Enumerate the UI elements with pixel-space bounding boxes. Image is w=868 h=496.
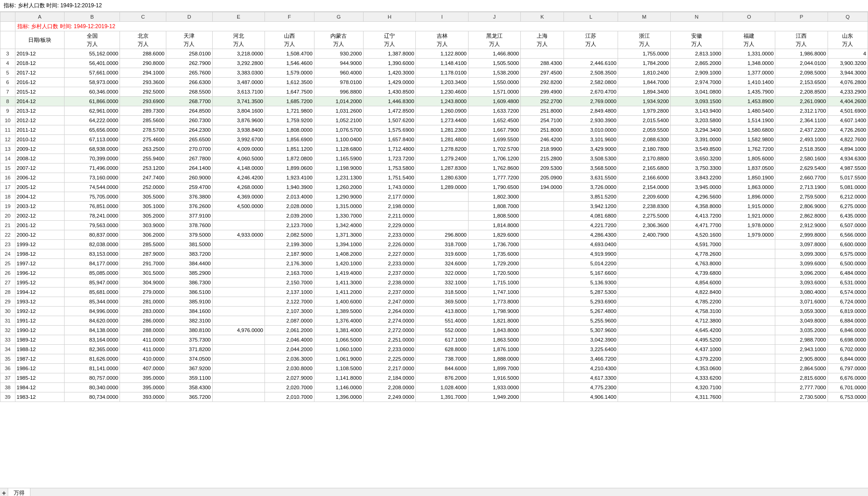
data-cell[interactable]: 6,884.0000 xyxy=(828,316,868,326)
data-cell[interactable]: 1,061.9000 xyxy=(314,354,364,364)
data-cell[interactable] xyxy=(521,364,564,373)
data-cell[interactable]: 3,041.0800 xyxy=(670,87,723,97)
data-cell[interactable] xyxy=(521,326,564,335)
data-cell[interactable]: 1,916.5000 xyxy=(468,373,520,383)
data-cell[interactable] xyxy=(212,240,264,249)
data-cell[interactable]: 385.9100 xyxy=(166,297,212,307)
data-cell[interactable]: 551.4000 xyxy=(416,316,468,326)
data-cell[interactable]: 301.5000 xyxy=(120,268,166,278)
data-cell[interactable] xyxy=(723,307,775,316)
data-cell[interactable]: 2,028.0000 xyxy=(265,202,314,211)
data-cell[interactable]: 1,921.0000 xyxy=(723,211,775,221)
data-cell[interactable]: 1,712.4800 xyxy=(364,144,416,154)
data-cell[interactable]: 2,249.0000 xyxy=(364,392,416,402)
table-row[interactable]: 142008-1270,399.0000255.9400267.78004,06… xyxy=(0,154,868,164)
data-cell[interactable] xyxy=(723,373,775,383)
data-cell[interactable]: 83,153.0000 xyxy=(65,249,120,259)
data-cell[interactable]: 4,758.3100 xyxy=(670,307,723,316)
data-cell[interactable]: 2,909.1000 xyxy=(670,68,723,78)
data-cell[interactable]: 1,281.2300 xyxy=(416,125,468,135)
data-cell[interactable]: 1,790.6500 xyxy=(468,183,520,192)
data-cell[interactable]: 3,843.2200 xyxy=(670,173,723,183)
data-cell[interactable]: 2,238.8300 xyxy=(618,202,670,211)
data-cell[interactable]: 5,167.6600 xyxy=(564,268,618,278)
data-cell[interactable]: 1,014.2000 xyxy=(314,97,364,106)
data-cell[interactable]: 944.9000 xyxy=(314,59,364,68)
data-cell[interactable] xyxy=(521,307,564,316)
data-cell[interactable]: 1,949.2000 xyxy=(468,392,520,402)
data-cell[interactable]: 2,247.0000 xyxy=(364,297,416,307)
data-cell[interactable]: 2,233.0000 xyxy=(364,259,416,268)
data-cell[interactable]: 2,864.5000 xyxy=(775,364,828,373)
col-B[interactable]: B xyxy=(65,12,120,22)
data-cell[interactable]: 1993-12 xyxy=(15,297,65,307)
data-cell[interactable]: 2,036.3000 xyxy=(265,354,314,364)
data-cell[interactable]: 1,289.0000 xyxy=(416,183,468,192)
data-cell[interactable]: 2,508.3500 xyxy=(564,68,618,78)
data-cell[interactable] xyxy=(521,221,564,230)
data-cell[interactable]: 1,575.6900 xyxy=(364,125,416,135)
data-cell[interactable] xyxy=(521,354,564,364)
data-cell[interactable]: 2,208.8500 xyxy=(775,87,828,97)
data-cell[interactable]: 2,849.4800 xyxy=(564,106,618,116)
data-cell[interactable]: 4,933.0000 xyxy=(212,230,264,240)
data-cell[interactable]: 1,808.5000 xyxy=(468,211,520,221)
data-cell[interactable]: 2,163.7000 xyxy=(265,268,314,278)
data-cell[interactable]: 738.7000 xyxy=(416,354,468,364)
data-cell[interactable]: 1,076.5700 xyxy=(314,125,364,135)
data-cell[interactable]: 2,046.4000 xyxy=(265,335,314,345)
data-cell[interactable]: 1,273.4400 xyxy=(416,116,468,125)
data-cell[interactable]: 288.0000 xyxy=(120,326,166,335)
data-cell[interactable]: 1984-12 xyxy=(15,383,65,392)
data-cell[interactable]: 252.2700 xyxy=(521,97,564,106)
data-cell[interactable]: 292.5000 xyxy=(120,87,166,97)
data-cell[interactable]: 6,844.0000 xyxy=(828,354,868,364)
table-row[interactable]: 241998-1283,153.0000287.9000383.72002,18… xyxy=(0,249,868,259)
data-cell[interactable] xyxy=(723,383,775,392)
data-cell[interactable]: 365.7200 xyxy=(166,392,212,402)
col-D[interactable]: D xyxy=(166,12,212,22)
data-cell[interactable]: 2002-12 xyxy=(15,211,65,221)
data-cell[interactable]: 209.5300 xyxy=(521,164,564,173)
data-cell[interactable]: 4,919.9900 xyxy=(564,249,618,259)
table-row[interactable]: 172005-1274,544.0000252.0000259.47004,26… xyxy=(0,183,868,192)
data-cell[interactable]: 1,863.5000 xyxy=(468,335,520,345)
table-row[interactable]: 261996-1285,085.0000301.5000385.29002,16… xyxy=(0,268,868,278)
data-cell[interactable]: 1,702.5700 xyxy=(468,144,520,154)
data-cell[interactable]: 2018-12 xyxy=(15,59,65,68)
data-cell[interactable]: 4,854.6000 xyxy=(670,278,723,288)
data-cell[interactable]: 4,934.6300 xyxy=(828,154,868,164)
data-cell[interactable]: 1,165.5900 xyxy=(314,154,364,164)
data-cell[interactable]: 1,699.5500 xyxy=(468,135,520,144)
data-cell[interactable]: 251.8000 xyxy=(521,106,564,116)
data-cell[interactable]: 2,229.0000 xyxy=(364,221,416,230)
data-cell[interactable]: 278.5700 xyxy=(120,125,166,135)
data-cell[interactable]: 332.1000 xyxy=(416,278,468,288)
data-cell[interactable]: 6,846.0000 xyxy=(828,326,868,335)
table-row[interactable]: 162006-1273,160.0000247.7400260.90004,24… xyxy=(0,173,868,183)
data-cell[interactable] xyxy=(212,249,264,259)
data-cell[interactable]: 1,899.0600 xyxy=(265,164,314,173)
data-cell[interactable]: 4,246.4200 xyxy=(212,173,264,183)
data-cell[interactable]: 2,670.4700 xyxy=(564,87,618,97)
row-num-cell[interactable]: 8 xyxy=(0,97,15,106)
data-cell[interactable]: 283.0000 xyxy=(120,307,166,316)
data-cell[interactable]: 413.8000 xyxy=(416,307,468,316)
data-cell[interactable]: 4,822.7600 xyxy=(828,135,868,144)
data-cell[interactable]: 1,128.6800 xyxy=(314,144,364,154)
data-cell[interactable]: 2,759.5000 xyxy=(775,192,828,202)
row-num-cell[interactable]: 7 xyxy=(0,87,15,97)
data-cell[interactable]: 60,346.0000 xyxy=(65,87,120,97)
table-row[interactable]: 281994-1285,681.0000279.0000386.51002,13… xyxy=(0,288,868,297)
data-cell[interactable]: 1,060.1000 xyxy=(314,345,364,354)
data-cell[interactable]: 371.8200 xyxy=(166,345,212,354)
data-cell[interactable]: 1,729.2000 xyxy=(468,259,520,268)
data-cell[interactable]: 1,198.9000 xyxy=(314,164,364,173)
data-cell[interactable]: 84,177.0000 xyxy=(65,259,120,268)
data-cell[interactable]: 4,617.3300 xyxy=(564,373,618,383)
col-P[interactable]: P xyxy=(775,12,828,22)
row-num-cell[interactable]: 23 xyxy=(0,240,15,249)
data-cell[interactable]: 265.6500 xyxy=(166,135,212,144)
data-cell[interactable] xyxy=(212,221,264,230)
row-num-cell[interactable]: 32 xyxy=(0,326,15,335)
